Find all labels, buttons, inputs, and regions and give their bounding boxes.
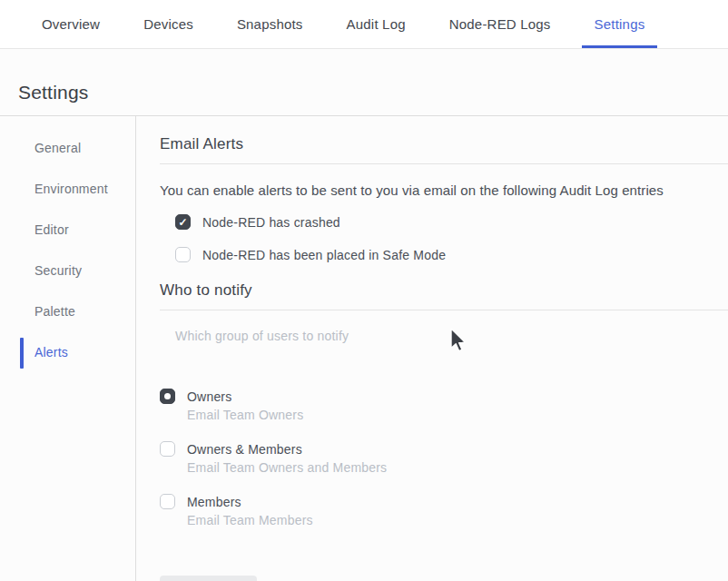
page-header: Settings [0,49,728,103]
checkbox-safe-mode[interactable] [175,247,191,262]
top-nav: Overview Devices Snapshots Audit Log Nod… [0,0,728,49]
sidebar-item-palette[interactable]: Palette [18,303,135,320]
page-title: Settings [18,82,728,103]
notify-row-members[interactable]: Members Email Team Members [160,493,728,529]
email-alerts-heading: Email Alerts [160,135,728,164]
checkbox-label: Node-RED has crashed [202,215,340,230]
sidebar-item-general[interactable]: General [18,140,135,157]
tab-settings[interactable]: Settings [582,0,658,48]
sidebar-item-security[interactable]: Security [18,262,135,280]
email-alerts-section: Email Alerts You can enable alerts to be… [160,135,728,262]
save-settings-button[interactable]: Save settings [160,576,257,581]
notify-label: Owners & Members [187,440,387,458]
checkbox-row-node-red-crashed[interactable]: Node-RED has crashed [175,214,728,230]
tab-overview[interactable]: Overview [29,0,113,48]
settings-sidebar: General Environment Editor Security Pale… [0,116,136,581]
notify-description: Email Team Owners and Members [187,458,387,477]
notify-description: Email Team Owners [187,406,303,424]
radio-members[interactable] [160,494,175,509]
checkbox-row-safe-mode[interactable]: Node-RED has been placed in Safe Mode [175,247,728,262]
sidebar-item-environment[interactable]: Environment [18,181,135,198]
tab-snapshots[interactable]: Snapshots [224,0,316,48]
settings-main: Email Alerts You can enable alerts to be… [136,116,728,581]
who-to-notify-heading: Who to notify [160,281,728,310]
checkbox-label: Node-RED has been placed in Safe Mode [202,248,446,262]
radio-owners[interactable] [160,389,175,404]
sidebar-item-alerts[interactable]: Alerts [18,344,135,361]
tab-audit-log[interactable]: Audit Log [334,0,418,48]
email-alerts-description: You can enable alerts to be sent to you … [160,182,728,198]
notify-label: Owners [187,388,303,406]
who-to-notify-hint: Which group of users to notify [175,329,728,343]
who-to-notify-section: Who to notify Which group of users to no… [160,281,728,581]
app-window: Overview Devices Snapshots Audit Log Nod… [0,0,728,581]
tab-node-red-logs[interactable]: Node-RED Logs [437,0,564,48]
notify-label: Members [187,493,313,511]
radio-owners-members[interactable] [160,441,175,457]
notify-description: Email Team Members [187,511,313,529]
checkbox-node-red-crashed[interactable] [175,214,191,230]
sidebar-item-editor[interactable]: Editor [18,222,135,239]
notify-row-owners-members[interactable]: Owners & Members Email Team Owners and M… [160,440,728,477]
tab-devices[interactable]: Devices [131,0,206,48]
notify-row-owners[interactable]: Owners Email Team Owners [160,388,728,424]
